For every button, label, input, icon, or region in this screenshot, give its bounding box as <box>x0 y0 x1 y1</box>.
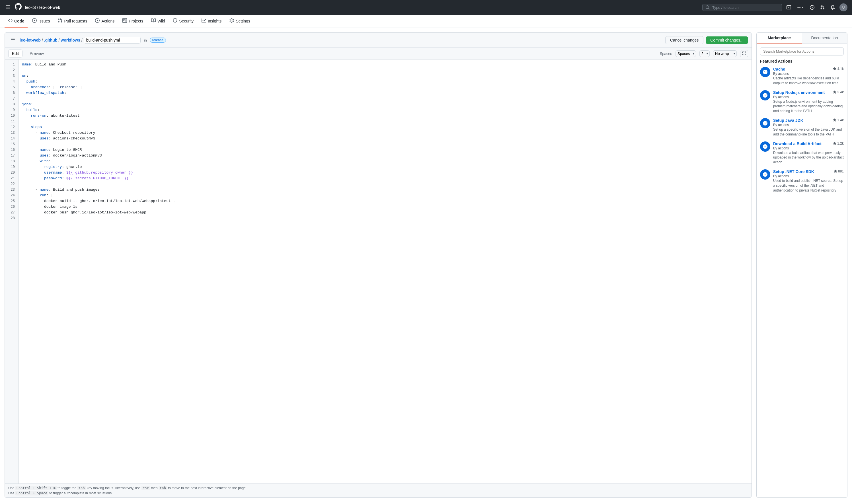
breadcrumb: leo-iot-web / .github / workflows / in r… <box>20 37 166 43</box>
nav-item-wiki[interactable]: Wiki <box>148 15 168 28</box>
nav-item-projects[interactable]: Projects <box>119 15 147 28</box>
branch-badge: release <box>150 38 166 43</box>
action-name-setup-java[interactable]: Setup Java JDK <box>773 118 803 123</box>
marketplace-tabs: Marketplace Documentation <box>757 33 847 44</box>
code-line-11 <box>22 119 748 124</box>
projects-nav-icon <box>122 18 127 24</box>
action-item-setup-node: Setup Node.js environment 3.4k By action… <box>760 90 844 113</box>
commit-changes-button[interactable]: Commit changes... <box>706 36 748 44</box>
cancel-changes-button[interactable]: Cancel changes <box>665 36 704 44</box>
action-desc-setup-java: Set up a specific version of the Java JD… <box>773 127 844 137</box>
code-line-27: docker push ghcr.io/leo-iot/leo-iot-web/… <box>22 210 748 215</box>
action-stars-setup-dotnet: 881 <box>834 169 844 173</box>
nav-item-code[interactable]: Code <box>4 15 28 28</box>
issues-button[interactable] <box>809 4 816 11</box>
wiki-nav-icon <box>151 18 156 24</box>
code-line-4: push: <box>22 79 748 85</box>
marketplace-search-input[interactable] <box>760 47 844 55</box>
breadcrumb-path1-link[interactable]: .github <box>44 38 57 42</box>
actions-nav-icon <box>95 18 100 24</box>
github-logo <box>15 3 22 12</box>
code-content[interactable]: name: Build and Push on: push: branches:… <box>18 59 751 484</box>
code-line-17: uses: docker/login-action@v3 <box>22 153 748 159</box>
code-editor[interactable]: 1 2 3 4 5 6 7 8 9 10 11 12 13 14 15 16 1… <box>5 59 751 484</box>
user-avatar[interactable]: U <box>839 3 848 12</box>
breadcrumb-path2-link[interactable]: workflows <box>60 38 80 42</box>
preview-tab[interactable]: Preview <box>26 50 48 57</box>
action-name-cache[interactable]: Cache <box>773 67 785 71</box>
hamburger-menu[interactable]: ☰ <box>4 3 12 12</box>
nav-item-insights[interactable]: Insights <box>198 15 225 28</box>
action-name-download-artifact[interactable]: Download a Build Artifact <box>773 141 821 146</box>
marketplace-panel: Marketplace Documentation Featured Actio… <box>756 33 848 498</box>
editor-panel: leo-iot-web / .github / workflows / in r… <box>4 33 752 498</box>
pr-nav-icon <box>58 18 63 24</box>
notifications-button[interactable] <box>829 4 836 11</box>
documentation-tab[interactable]: Documentation <box>802 33 847 43</box>
editor-toolbar: Edit Preview Spaces Spaces Tabs 2 4 8 No <box>5 48 751 59</box>
terminal-button[interactable] <box>785 4 792 11</box>
filename-input[interactable] <box>84 37 141 43</box>
action-info-cache: Cache 4.1k By actions Cache artifacts li… <box>773 67 844 86</box>
action-stars-setup-java: 1.4k <box>833 118 844 122</box>
action-item-cache: Cache 4.1k By actions Cache artifacts li… <box>760 67 844 86</box>
nav-item-issues[interactable]: Issues <box>29 15 53 28</box>
marketplace-tab[interactable]: Marketplace <box>757 33 802 43</box>
spaces-label: Spaces <box>660 52 672 56</box>
code-line-7 <box>22 96 748 102</box>
code-line-26: docker image ls <box>22 204 748 210</box>
indent-size-select[interactable]: 2 4 8 <box>699 50 710 57</box>
breadcrumb-repo-link[interactable]: leo-iot-web <box>20 38 41 42</box>
repo-name-link[interactable]: leo-iot-web <box>39 5 60 10</box>
action-item-download-artifact: Download a Build Artifact 1.2k By action… <box>760 141 844 165</box>
editor-footer: Use Control + Shift + m to toggle the ta… <box>5 484 751 498</box>
code-line-8: jobs: <box>22 102 748 107</box>
issues-nav-icon <box>32 18 37 24</box>
nav-security-label: Security <box>179 19 194 23</box>
action-icon-setup-node <box>760 90 770 101</box>
code-line-23: - name: Build and push images <box>22 187 748 193</box>
insights-nav-icon <box>201 18 206 24</box>
nav-item-security[interactable]: Security <box>170 15 197 28</box>
wrap-select[interactable]: No wrap Soft wrap <box>713 50 737 57</box>
nav-item-actions[interactable]: Actions <box>92 15 118 28</box>
action-name-setup-dotnet[interactable]: Setup .NET Core SDK <box>773 169 814 174</box>
code-line-15 <box>22 141 748 147</box>
code-line-16: - name: Login to GHCR <box>22 147 748 153</box>
code-line-6: workflow_dispatch: <box>22 90 748 96</box>
nav-pr-label: Pull requests <box>64 19 87 23</box>
action-icon-setup-dotnet <box>760 169 770 180</box>
nav-item-settings[interactable]: Settings <box>226 15 254 28</box>
nav-settings-label: Settings <box>236 19 250 23</box>
repo-path: leo-iot / leo-iot-web <box>25 5 60 10</box>
security-nav-icon <box>173 18 177 24</box>
editor-header: leo-iot-web / .github / workflows / in r… <box>5 33 751 48</box>
code-line-10: runs-on: ubuntu-latest <box>22 113 748 119</box>
nav-projects-label: Projects <box>129 19 143 23</box>
nav-item-pull-requests[interactable]: Pull requests <box>54 15 90 28</box>
action-desc-setup-node: Setup a Node.js environment by adding pr… <box>773 99 844 113</box>
action-stars-setup-node: 3.4k <box>833 90 844 94</box>
action-stars-download-artifact: 1.2k <box>833 141 844 145</box>
code-line-3: on: <box>22 73 748 79</box>
code-line-18: with: <box>22 159 748 164</box>
code-line-19: registry: ghcr.io <box>22 164 748 170</box>
action-item-setup-dotnet: Setup .NET Core SDK 881 By actions Used … <box>760 169 844 193</box>
wrap-select-wrapper: No wrap Soft wrap <box>713 50 737 57</box>
nav-wiki-label: Wiki <box>157 19 165 23</box>
fullscreen-button[interactable] <box>740 50 748 57</box>
new-button[interactable] <box>796 4 805 11</box>
indent-type-select[interactable]: Spaces Tabs <box>675 50 696 57</box>
repo-owner-link[interactable]: leo-iot <box>25 5 36 10</box>
global-search[interactable]: Type / to search <box>702 4 782 11</box>
action-stars-cache: 4.1k <box>833 67 844 71</box>
sidebar-toggle-button[interactable] <box>8 35 17 45</box>
nav-code-label: Code <box>14 19 24 23</box>
action-name-setup-node[interactable]: Setup Node.js environment <box>773 90 825 95</box>
settings-nav-icon <box>229 18 234 24</box>
top-navigation: ☰ leo-iot / leo-iot-web Type / to search <box>0 0 852 15</box>
featured-actions-title: Featured Actions <box>760 59 844 64</box>
top-nav-left: ☰ leo-iot / leo-iot-web <box>4 3 698 12</box>
edit-tab[interactable]: Edit <box>8 50 22 57</box>
pull-requests-button[interactable] <box>819 4 826 11</box>
